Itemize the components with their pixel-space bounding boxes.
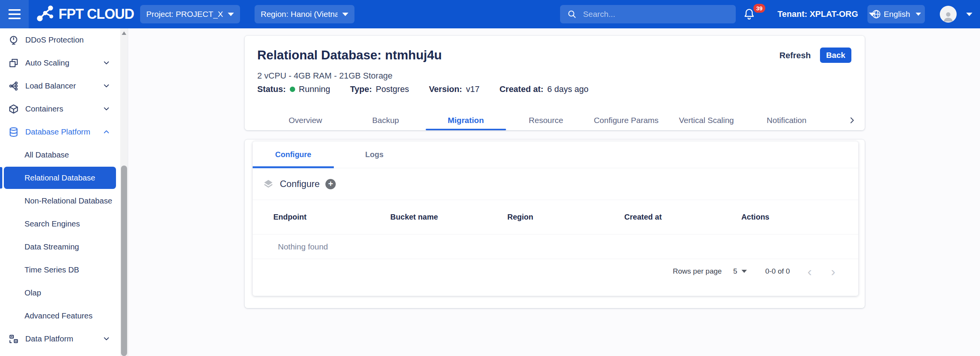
project-selector[interactable]: Project: PROJECT_XPL... [140,5,240,23]
column-header-endpoint: Endpoint [273,213,390,221]
pagination-prev-button[interactable]: ‹ [807,265,812,278]
sidebar-item-data-platform[interactable]: Data Platform [0,327,121,350]
sidebar-item-data-streaming[interactable]: Data Streaming [0,235,121,258]
sidebar-item-label: Data Platform [25,334,96,343]
avatar [940,6,957,23]
rows-per-page-value: 5 [733,267,737,276]
sidebar-item-label: Time Series DB [24,265,111,274]
status-value: Running [299,84,330,94]
subtab-logs[interactable]: Logs [334,141,415,168]
created-at-value: 6 days ago [547,84,589,94]
sidebar-item-auto-scaling[interactable]: Auto Scaling [0,51,121,74]
sidebar-item-label: Data Streaming [24,242,111,251]
sidebar-item-label: DDoS Protection [25,35,111,44]
language-label: English [884,10,910,19]
database-platform-icon [8,127,19,137]
type-group: Type: Postgres [350,84,409,94]
sidebar-scrollbar-thumb[interactable] [121,166,127,356]
column-header-created-at: Created at [624,213,742,221]
project-selector-value: Project: PROJECT_XPL... [146,10,223,19]
sidebar-item-time-series-db[interactable]: Time Series DB [0,258,121,281]
created-group: Created at: 6 days ago [500,84,589,94]
brand-logo[interactable]: FPT CLOUD [36,0,134,28]
chevron-down-icon [966,13,972,16]
column-header-bucket-name: Bucket name [390,213,508,221]
database-header-card: Relational Database: ntmhuj4u 2 vCPU - 4… [245,36,865,130]
migration-card: Configure Logs Configure + Endpoint Buck… [245,139,865,308]
version-value: v17 [466,84,479,94]
sidebar-item-database-platform[interactable]: Database Platform [0,120,121,143]
sidebar-item-non-relational-database[interactable]: Non-Relational Database [0,189,121,212]
sidebar-item-load-balancer[interactable]: Load Balancer [0,74,121,97]
type-label: Type: [350,84,372,94]
global-search [560,5,736,23]
database-meta-row: Status: Running Type: Postgres Version: … [257,84,608,94]
status-running-dot [290,87,295,92]
sidebar-item-label: All Database [24,150,111,159]
chevron-down-icon [102,335,111,343]
table-header-row: Endpoint Bucket name Region Created at A… [253,200,858,235]
sidebar-item-olap[interactable]: Olap [0,281,121,304]
add-configure-button[interactable]: + [325,179,336,189]
ddos-protection-icon [8,35,19,45]
version-group: Version: v17 [429,84,479,94]
sidebar-scroll-up-icon[interactable] [122,31,126,35]
tab-backup[interactable]: Backup [346,110,426,130]
column-header-actions: Actions [741,213,858,221]
chevron-down-icon [102,59,111,67]
chevron-right-icon [847,115,857,125]
detail-tabs: Overview Backup Migration Resource Confi… [265,110,827,130]
tab-overview[interactable]: Overview [265,110,346,130]
region-selector[interactable]: Region: Hanoi (Vietna... [255,5,354,23]
plus-icon: + [328,180,333,188]
sidebar-item-all-database[interactable]: All Database [0,143,121,166]
refresh-button[interactable]: Refresh [777,48,813,63]
fpt-molecule-icon [36,5,55,23]
sidebar-item-label: Relational Database [4,167,116,189]
sidebar-item-search-engines[interactable]: Search Engines [0,212,121,235]
chevron-up-icon [102,128,111,136]
rows-per-page-label: Rows per page [673,267,722,276]
empty-state-text: Nothing found [278,242,328,251]
sidebar-toggle-button[interactable] [0,0,29,28]
tab-resource[interactable]: Resource [506,110,586,130]
hamburger-icon [8,9,21,11]
sidebar-item-label: Olap [24,288,111,297]
tab-configure-params[interactable]: Configure Params [586,110,666,130]
tenant-selector[interactable]: Tenant: XPLAT-ORG [777,0,875,28]
subtab-configure[interactable]: Configure [253,141,334,168]
layers-icon [263,178,274,190]
status-group: Status: Running [257,84,330,94]
configure-panel: Configure Logs Configure + Endpoint Buck… [253,141,858,296]
region-selector-value: Region: Hanoi (Vietna... [261,10,338,19]
sidebar-item-relational-database[interactable]: Relational Database [0,166,121,189]
pagination-next-button[interactable]: › [831,265,835,278]
chevron-down-icon [228,13,234,16]
tab-vertical-scaling[interactable]: Vertical Scaling [666,110,747,130]
tab-migration[interactable]: Migration [426,110,506,130]
chevron-down-icon [342,13,348,16]
search-input[interactable] [582,9,729,19]
table-pagination: Rows per page 5 0-0 of 0 ‹ › [253,259,858,296]
tenant-label: Tenant: XPLAT-ORG [777,9,858,19]
selected-edge-indicator [0,167,2,189]
tab-notification[interactable]: Notification [746,110,827,130]
notifications-button[interactable] [743,0,756,28]
user-menu[interactable] [940,0,972,28]
sidebar-item-label: Non-Relational Database [24,196,112,205]
top-navbar: FPT CLOUD Project: PROJECT_XPL... Region… [0,0,980,28]
chevron-down-icon [102,105,111,113]
globe-icon [871,9,881,19]
sidebar-item-containers[interactable]: Containers [0,97,121,120]
sidebar-scrollbar-track[interactable] [120,28,128,356]
tabs-scroll-next-button[interactable] [847,110,857,130]
chevron-down-icon [916,13,921,16]
sidebar: DDoS Protection Auto Scaling Load Balanc… [0,28,128,356]
language-selector[interactable]: English [867,5,925,23]
brand-logo-text: FPT CLOUD [59,6,134,22]
rows-per-page-select[interactable]: 5 [733,267,747,276]
back-button[interactable]: Back [820,48,851,63]
sidebar-item-advanced-features[interactable]: Advanced Features [0,304,121,327]
sidebar-item-label: Advanced Features [24,311,111,320]
sidebar-item-ddos-protection[interactable]: DDoS Protection [0,28,121,51]
